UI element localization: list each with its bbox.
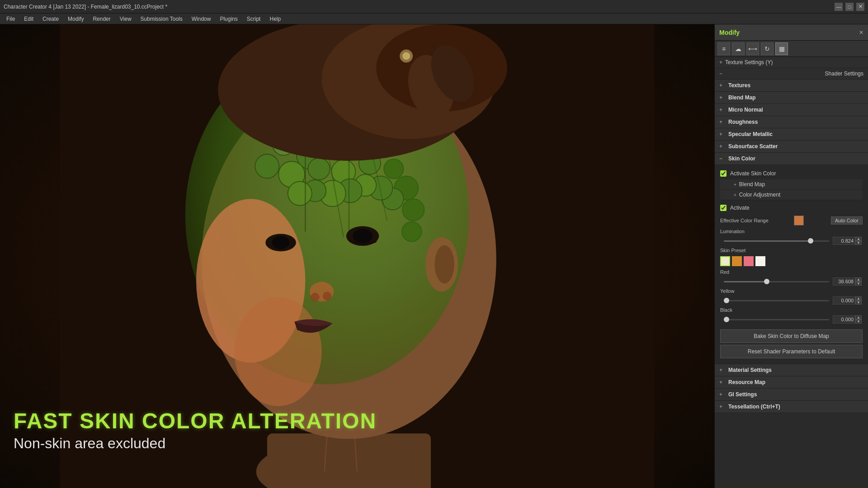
- section-skin-color[interactable]: − Skin Color: [715, 153, 868, 165]
- yellow-slider-container[interactable]: [724, 297, 829, 304]
- black-slider-track: [724, 319, 829, 320]
- black-spinner-down[interactable]: ▼: [855, 319, 862, 324]
- section-resource-map[interactable]: + Resource Map: [715, 376, 868, 389]
- red-spinner-up[interactable]: ▲: [855, 277, 862, 282]
- close-window-button[interactable]: ✕: [856, 3, 864, 11]
- black-spinner: ▲ ▼: [855, 315, 863, 324]
- section-tessellation[interactable]: + Tessellation (Ctrl+T): [715, 401, 868, 413]
- minimize-button[interactable]: —: [835, 3, 843, 11]
- panel-close-icon[interactable]: ✕: [859, 29, 863, 36]
- skin-color-label: Skin Color: [728, 155, 755, 162]
- menu-item-window[interactable]: Window: [187, 15, 216, 23]
- material-settings-expand-icon: +: [719, 367, 726, 373]
- skin-color-adjustment-subsection[interactable]: + Color Adjustment: [720, 190, 863, 200]
- menu-item-help[interactable]: Help: [265, 15, 285, 23]
- red-slider-thumb[interactable]: [764, 279, 769, 284]
- black-value-row: ▲ ▼: [833, 315, 863, 324]
- toolbar-icon-cloud[interactable]: ☁: [732, 42, 745, 55]
- titlebar-controls: — □ ✕: [835, 3, 864, 11]
- lumination-slider-container[interactable]: [724, 237, 829, 244]
- section-textures[interactable]: + Textures: [715, 80, 868, 92]
- texture-settings-label[interactable]: Texture Settings (Y): [725, 59, 773, 66]
- svg-point-53: [402, 52, 410, 60]
- toolbar-icon-rotate[interactable]: ↻: [761, 42, 774, 55]
- section-gi-settings[interactable]: + GI Settings: [715, 389, 868, 401]
- skin-color-expand-icon: −: [719, 155, 726, 162]
- section-roughness[interactable]: + Roughness: [715, 116, 868, 128]
- preset-swatch-3[interactable]: [755, 256, 765, 266]
- resource-map-expand-icon: +: [719, 379, 726, 385]
- yellow-spinner-down[interactable]: ▼: [855, 300, 862, 305]
- skin-color-adjustment-label: Color Adjustment: [739, 192, 780, 198]
- activate-label: Activate: [730, 205, 750, 211]
- black-spinner-up[interactable]: ▲: [855, 315, 862, 319]
- section-micro-normal[interactable]: + Micro Normal: [715, 104, 868, 116]
- action-buttons: Bake Skin Color to Diffuse Map Reset Sha…: [720, 329, 863, 360]
- lumination-spinner-down[interactable]: ▼: [855, 241, 862, 245]
- menu-item-render[interactable]: Render: [88, 15, 115, 23]
- textures-expand-icon: +: [719, 82, 726, 89]
- menu-item-create[interactable]: Create: [38, 15, 63, 23]
- preset-swatch-1[interactable]: [732, 256, 742, 266]
- black-slider-thumb[interactable]: [724, 317, 729, 322]
- effective-color-swatch[interactable]: [794, 216, 804, 225]
- menu-item-file[interactable]: File: [2, 15, 19, 23]
- auto-color-button[interactable]: Auto Color: [831, 216, 863, 225]
- lumination-value-input[interactable]: [833, 237, 855, 245]
- reset-shader-button[interactable]: Reset Shader Parameters to Default: [720, 345, 863, 358]
- yellow-slider-thumb[interactable]: [724, 298, 729, 303]
- menu-item-edit[interactable]: Edit: [19, 15, 38, 23]
- yellow-value-input[interactable]: [833, 296, 855, 305]
- maximize-button[interactable]: □: [845, 3, 854, 11]
- black-label: Black: [720, 307, 765, 313]
- menu-item-submission tools[interactable]: Submission Tools: [136, 15, 187, 23]
- yellow-section: Yellow ▲ ▼: [720, 287, 863, 306]
- menubar: FileEditCreateModifyRenderViewSubmission…: [0, 14, 868, 24]
- black-label-row: Black: [720, 306, 863, 314]
- black-value-input[interactable]: [833, 315, 855, 324]
- shader-settings-collapse-icon[interactable]: −: [719, 70, 722, 77]
- red-value-input[interactable]: [833, 277, 855, 286]
- titlebar: Character Creator 4 [Jan 13 2022] - Fema…: [0, 0, 868, 14]
- lumination-spinner-up[interactable]: ▲: [855, 237, 862, 241]
- menu-item-modify[interactable]: Modify: [63, 15, 88, 23]
- menu-item-script[interactable]: Script: [242, 15, 265, 23]
- black-slider-container[interactable]: [724, 316, 829, 323]
- gi-settings-expand-icon: +: [719, 391, 726, 398]
- panel-scroll[interactable]: + Texture Settings (Y) − Shader Settings…: [715, 57, 868, 488]
- preset-swatch-2[interactable]: [744, 256, 754, 266]
- menu-item-view[interactable]: View: [115, 15, 136, 23]
- shader-settings-header: − Shader Settings: [715, 68, 868, 80]
- lumination-slider-track: [724, 240, 829, 242]
- toolbar-icon-transform[interactable]: ⟷: [746, 42, 759, 55]
- red-slider-container[interactable]: [724, 278, 829, 285]
- bake-skin-color-button[interactable]: Bake Skin Color to Diffuse Map: [720, 329, 863, 343]
- svg-point-35: [234, 297, 321, 406]
- textures-label: Textures: [728, 82, 750, 89]
- svg-point-19: [384, 159, 403, 178]
- lumination-slider-thumb[interactable]: [808, 238, 813, 244]
- menu-item-plugins[interactable]: Plugins: [215, 15, 242, 23]
- red-spinner-down[interactable]: ▼: [855, 282, 862, 286]
- activate-checkbox[interactable]: [720, 205, 726, 211]
- section-specular-metallic[interactable]: + Specular Metallic: [715, 128, 868, 141]
- overlay-title: FAST SKIN COLOR ALTERATION: [14, 408, 377, 433]
- yellow-spinner-up[interactable]: ▲: [855, 296, 862, 300]
- yellow-value-row: ▲ ▼: [833, 296, 863, 305]
- yellow-spinner: ▲ ▼: [855, 296, 863, 305]
- section-material-settings[interactable]: + Material Settings: [715, 364, 868, 376]
- activate-skin-color-checkbox[interactable]: [720, 170, 726, 177]
- resource-map-label: Resource Map: [728, 379, 765, 385]
- section-blend-map[interactable]: + Blend Map: [715, 92, 868, 104]
- toolbar-icon-menu[interactable]: ≡: [717, 42, 730, 55]
- section-subsurface-scatter[interactable]: + Subsurface Scatter: [715, 141, 868, 153]
- preset-swatch-0[interactable]: [720, 256, 730, 266]
- yellow-label: Yellow: [720, 288, 765, 294]
- panel-title: Modify: [719, 29, 740, 36]
- svg-point-29: [288, 182, 312, 206]
- panel-toolbar: ≡ ☁ ⟷ ↻ ▦: [715, 41, 868, 57]
- skin-preset-label-row: Skin Preset: [720, 246, 863, 254]
- toolbar-icon-texture[interactable]: ▦: [775, 42, 788, 55]
- texture-settings-expand-icon[interactable]: +: [719, 59, 722, 66]
- skin-blend-map-subsection[interactable]: + Blend Map: [720, 179, 863, 190]
